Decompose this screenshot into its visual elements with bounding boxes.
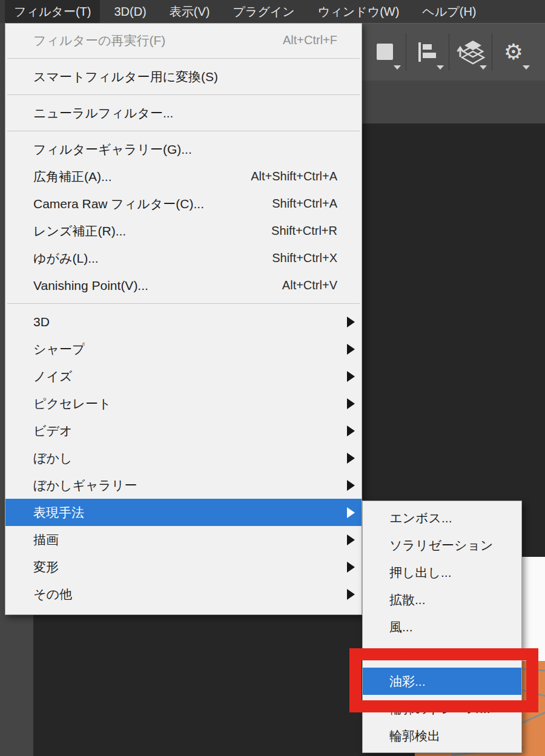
submenu-arrow-icon [347, 562, 355, 573]
menu-separator [7, 131, 360, 131]
menu-item-blur[interactable]: ぼかし [5, 444, 362, 472]
menu-item-label: 広角補正(A)... [33, 168, 112, 185]
submenu-arrow-icon [347, 371, 355, 382]
document-white-area [522, 557, 545, 661]
submenu-arrow-icon [347, 344, 355, 355]
menu-item-label: 輪郭検出 [389, 728, 440, 744]
menu-item-label: フィルターの再実行(F) [33, 32, 165, 49]
settings-button[interactable]: ⚙ [492, 23, 535, 81]
menu-item-label: Camera Raw フィルター(C)... [33, 196, 204, 212]
menu-item-stylize[interactable]: 表現手法 [5, 499, 362, 526]
menu-item-video[interactable]: ビデオ [5, 417, 362, 444]
menubar-item-help[interactable]: ヘルプ(H) [413, 0, 485, 23]
menu-item-shortcut: Shift+Ctrl+A [272, 197, 337, 211]
arrange-layers-icon [456, 39, 485, 65]
submenu-arrow-icon [347, 453, 355, 464]
menu-item-filter-rerun: フィルターの再実行(F) Alt+Ctrl+F [5, 27, 362, 54]
chevron-down-icon [480, 65, 487, 70]
menu-item-3d[interactable]: 3D [5, 308, 362, 335]
menubar-item-view[interactable]: 表示(V) [160, 0, 219, 23]
menu-item-label: ぼかしギャラリー [33, 477, 137, 494]
submenu-arrow-icon [347, 426, 355, 436]
gear-icon: ⚙ [504, 41, 523, 63]
submenu-arrow-icon [347, 534, 355, 545]
menu-item-filter-gallery[interactable]: フィルターギャラリー(G)... [5, 136, 362, 163]
chevron-down-icon [523, 65, 530, 70]
shape-thumbnail-icon [377, 44, 393, 60]
submenu-item-extrude[interactable]: 押し出し... [363, 559, 521, 586]
align-icon [418, 42, 437, 62]
menu-item-convert-smart-filters[interactable]: スマートフィルター用に変換(S) [5, 63, 362, 90]
menubar-item-window[interactable]: ウィンドウ(W) [309, 0, 409, 23]
menu-item-label: ビデオ [33, 422, 72, 439]
submenu-arrow-icon [347, 589, 355, 600]
menubar: フィルター(T) 3D(D) 表示(V) プラグイン ウィンドウ(W) ヘルプ(… [0, 0, 545, 23]
menu-separator [7, 303, 360, 304]
filter-dropdown-menu: フィルターの再実行(F) Alt+Ctrl+F スマートフィルター用に変換(S)… [5, 23, 362, 615]
menu-item-shortcut: Shift+Ctrl+X [272, 251, 337, 265]
submenu-item-find-edges[interactable]: 輪郭検出 [363, 722, 521, 749]
menu-item-render[interactable]: 描画 [5, 526, 362, 553]
submenu-arrow-icon [347, 398, 355, 409]
menu-item-label: 押し出し... [389, 564, 452, 581]
submenu-item-wind[interactable]: 風... [363, 613, 521, 640]
menu-item-label: Vanishing Point(V)... [33, 278, 148, 293]
submenu-arrow-icon [347, 507, 355, 518]
menu-item-neural-filters[interactable]: ニューラルフィルター... [5, 99, 362, 127]
menu-item-other[interactable]: その他 [5, 580, 362, 608]
options-bar-icons: ⚙ [363, 23, 545, 81]
menu-item-noise[interactable]: ノイズ [5, 363, 362, 390]
menu-item-distort[interactable]: 変形 [5, 553, 362, 580]
menu-item-label: 変形 [33, 559, 59, 576]
menu-item-label: その他 [33, 586, 72, 603]
menu-item-label: 風... [389, 619, 413, 636]
menubar-item-filter[interactable]: フィルター(T) [5, 0, 100, 23]
menu-item-sharpen[interactable]: シャープ [5, 335, 362, 363]
menu-item-label: ノイズ [33, 368, 72, 385]
menu-item-label: ニューラルフィルター... [33, 105, 173, 122]
menu-item-vanishing-point[interactable]: Vanishing Point(V)... Alt+Ctrl+V [5, 272, 362, 299]
menu-item-adaptive-wide-angle[interactable]: 広角補正(A)... Alt+Shift+Ctrl+A [5, 163, 362, 190]
submenu-arrow-icon [347, 317, 355, 327]
submenu-item-solarize[interactable]: ソラリゼーション [363, 531, 521, 559]
menu-item-label: 拡散... [389, 591, 426, 608]
menubar-item-3d[interactable]: 3D(D) [105, 0, 155, 23]
menu-item-lens-correction[interactable]: レンズ補正(R)... Shift+Ctrl+R [5, 217, 362, 245]
menu-item-shortcut: Alt+Ctrl+F [283, 33, 337, 47]
menu-item-shortcut: Shift+Ctrl+R [271, 224, 337, 238]
arrange-layers-button[interactable] [449, 23, 492, 81]
menu-item-shortcut: Alt+Shift+Ctrl+A [251, 169, 337, 183]
submenu-arrow-icon [347, 480, 355, 491]
shape-thumbnail-button[interactable] [363, 23, 406, 81]
menu-item-blur-gallery[interactable]: ぼかしギャラリー [5, 472, 362, 499]
menubar-item-plugins[interactable]: プラグイン [223, 0, 303, 23]
menu-item-label: ゆがみ(L)... [33, 250, 99, 267]
menu-item-shortcut: Alt+Ctrl+V [282, 278, 337, 292]
menu-item-label: ぼかし [33, 450, 72, 467]
submenu-item-emboss[interactable]: エンボス... [363, 504, 521, 531]
menu-item-label: フィルターギャラリー(G)... [33, 141, 192, 158]
menu-item-label: スマートフィルター用に変換(S) [33, 68, 218, 85]
menu-item-label: エンボス... [389, 510, 452, 527]
menu-item-label: 3D [33, 315, 50, 329]
chevron-down-icon [437, 65, 444, 70]
menu-item-label: ピクセレート [33, 395, 111, 412]
menu-item-liquify[interactable]: ゆがみ(L)... Shift+Ctrl+X [5, 245, 362, 272]
photoshop-window: ⚙ フィルター(T) 3D(D) 表示(V) プラグイン ウィンドウ(W) ヘル… [0, 0, 545, 756]
align-button[interactable] [406, 23, 449, 81]
chevron-down-icon [394, 65, 401, 70]
submenu-item-diffuse[interactable]: 拡散... [363, 586, 521, 613]
menu-item-camera-raw-filter[interactable]: Camera Raw フィルター(C)... Shift+Ctrl+A [5, 190, 362, 217]
menu-item-label: レンズ補正(R)... [33, 223, 126, 240]
stylize-submenu: エンボス... ソラリゼーション 押し出し... 拡散... 風... 分割..… [362, 501, 522, 753]
annotation-highlight-box [349, 648, 538, 712]
menu-separator [7, 58, 360, 59]
menu-item-label: ソラリゼーション [389, 537, 493, 554]
menu-separator [7, 94, 360, 95]
menu-item-pixelate[interactable]: ピクセレート [5, 390, 362, 417]
menu-item-label: 表現手法 [33, 504, 84, 521]
menu-item-label: 描画 [33, 531, 59, 548]
menu-item-label: シャープ [33, 341, 85, 358]
